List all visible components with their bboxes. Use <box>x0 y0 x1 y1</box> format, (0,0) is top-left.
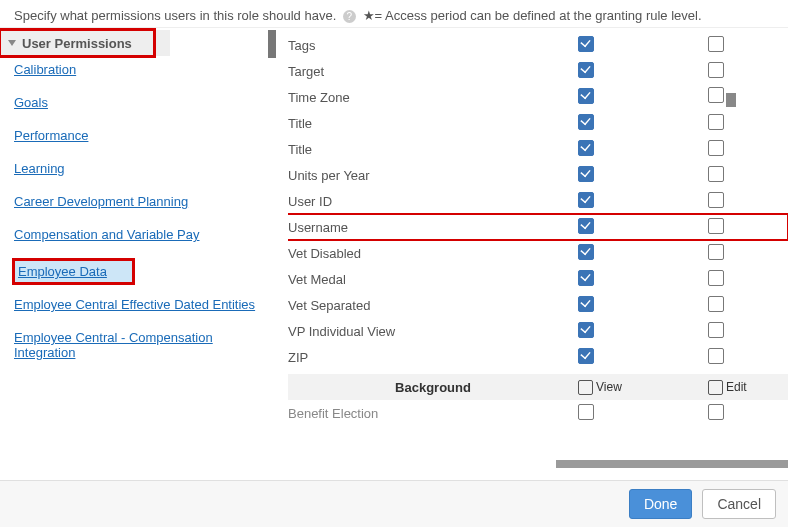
sidebar-header-highlight: User Permissions <box>0 30 154 56</box>
help-icon[interactable]: ? <box>343 10 356 23</box>
horizontal-scrollbar[interactable] <box>556 460 748 468</box>
section-header-row: BackgroundViewEdit <box>288 374 788 400</box>
permissions-panel: TagsTargetTime ZoneTitleTitleUnits per Y… <box>270 28 788 468</box>
sidebar-item-link[interactable]: Career Development Planning <box>14 194 188 209</box>
permission-label: Username <box>288 220 578 235</box>
permission-label: Tags <box>288 38 578 53</box>
sidebar-item-link[interactable]: Calibration <box>14 62 76 77</box>
view-checkbox[interactable] <box>578 114 594 130</box>
instruction-text: Specify what permissions users in this r… <box>14 8 336 23</box>
permission-row: Vet Separated <box>288 292 788 318</box>
edit-checkbox[interactable] <box>708 192 724 208</box>
view-checkbox[interactable] <box>578 192 594 208</box>
view-checkbox[interactable] <box>578 140 594 156</box>
permission-row: Time Zone <box>288 84 788 110</box>
sidebar-item-employee-central-effective-dated-entities[interactable]: Employee Central Effective Dated Entitie… <box>14 297 270 312</box>
sidebar-item-link[interactable]: Learning <box>14 161 65 176</box>
permission-row: Benefit Election <box>288 400 788 426</box>
permission-label: Units per Year <box>288 168 578 183</box>
view-checkbox[interactable] <box>578 88 594 104</box>
permission-row: Title <box>288 136 788 162</box>
sidebar-item-link[interactable]: Employee Central Effective Dated Entitie… <box>14 297 255 312</box>
sidebar: User Permissions CalibrationGoalsPerform… <box>0 28 270 468</box>
permission-label: VP Individual View <box>288 324 578 339</box>
sidebar-item-career-development-planning[interactable]: Career Development Planning <box>14 194 270 209</box>
view-checkbox[interactable] <box>578 404 594 420</box>
permission-row: VP Individual View <box>288 318 788 344</box>
scrollbar-thumb[interactable] <box>556 460 788 468</box>
sidebar-item-learning[interactable]: Learning <box>14 161 270 176</box>
permission-label: Benefit Election <box>288 406 578 421</box>
view-checkbox[interactable] <box>578 322 594 338</box>
sidebar-item-calibration[interactable]: Calibration <box>14 62 270 77</box>
section-edit-checkbox[interactable] <box>708 380 723 395</box>
permission-row: Units per Year <box>288 162 788 188</box>
edit-checkbox[interactable] <box>708 404 724 420</box>
edit-checkbox[interactable] <box>708 62 724 78</box>
collapse-icon <box>8 40 16 46</box>
permission-row: Tags <box>288 32 788 58</box>
edit-checkbox[interactable] <box>708 114 724 130</box>
sidebar-header-label: User Permissions <box>22 36 132 51</box>
section-view-label: View <box>596 380 622 394</box>
permission-label: Time Zone <box>288 90 578 105</box>
edit-checkbox[interactable] <box>708 322 724 338</box>
permission-label: Vet Separated <box>288 298 578 313</box>
star-note: ★= Access period can be defined at the g… <box>363 8 702 23</box>
sidebar-header[interactable]: User Permissions <box>0 30 170 56</box>
permission-row: Vet Medal <box>288 266 788 292</box>
permission-label: ZIP <box>288 350 578 365</box>
edit-checkbox[interactable] <box>708 218 724 234</box>
sidebar-item-link[interactable]: Employee Central - Compensation Integrat… <box>14 330 213 360</box>
permission-row: Title <box>288 110 788 136</box>
permission-row: Vet Disabled <box>288 240 788 266</box>
done-button[interactable]: Done <box>629 489 692 519</box>
edit-checkbox[interactable] <box>708 36 724 52</box>
view-checkbox[interactable] <box>578 244 594 260</box>
section-view-checkbox[interactable] <box>578 380 593 395</box>
edit-checkbox[interactable] <box>708 270 724 286</box>
section-label: Background <box>288 380 578 395</box>
sidebar-item-link[interactable]: Goals <box>14 95 48 110</box>
instruction-bar: Specify what permissions users in this r… <box>0 0 788 27</box>
view-checkbox[interactable] <box>578 36 594 52</box>
section-edit-label: Edit <box>726 380 747 394</box>
permission-label: Title <box>288 142 578 157</box>
dialog-footer: Done Cancel <box>0 480 788 527</box>
view-checkbox[interactable] <box>578 348 594 364</box>
permission-label: Title <box>288 116 578 131</box>
edit-checkbox[interactable] <box>708 87 724 103</box>
permission-row: User ID <box>288 188 788 214</box>
edit-checkbox[interactable] <box>708 244 724 260</box>
sidebar-item-employee-data[interactable]: Employee Data <box>14 260 133 283</box>
view-checkbox[interactable] <box>578 218 594 234</box>
sidebar-item-link[interactable]: Performance <box>14 128 88 143</box>
edit-checkbox[interactable] <box>708 166 724 182</box>
permission-row: Target <box>288 58 788 84</box>
view-checkbox[interactable] <box>578 166 594 182</box>
sidebar-item-link[interactable]: Employee Data <box>18 264 107 279</box>
view-checkbox[interactable] <box>578 270 594 286</box>
sidebar-item-link[interactable]: Compensation and Variable Pay <box>14 227 200 242</box>
edit-checkbox[interactable] <box>708 296 724 312</box>
edit-checkbox[interactable] <box>708 348 724 364</box>
cancel-button[interactable]: Cancel <box>702 489 776 519</box>
extra-indicator <box>726 93 736 107</box>
permission-label: Vet Disabled <box>288 246 578 261</box>
permission-label: User ID <box>288 194 578 209</box>
sidebar-item-performance[interactable]: Performance <box>14 128 270 143</box>
permission-row: ZIP <box>288 344 788 370</box>
view-checkbox[interactable] <box>578 62 594 78</box>
sidebar-item-employee-central-compensation-integration[interactable]: Employee Central - Compensation Integrat… <box>14 330 270 360</box>
permission-row: Username <box>288 214 788 240</box>
sidebar-item-compensation-and-variable-pay[interactable]: Compensation and Variable Pay <box>14 227 270 242</box>
permission-label: Vet Medal <box>288 272 578 287</box>
edit-checkbox[interactable] <box>708 140 724 156</box>
view-checkbox[interactable] <box>578 296 594 312</box>
permission-label: Target <box>288 64 578 79</box>
sidebar-item-goals[interactable]: Goals <box>14 95 270 110</box>
